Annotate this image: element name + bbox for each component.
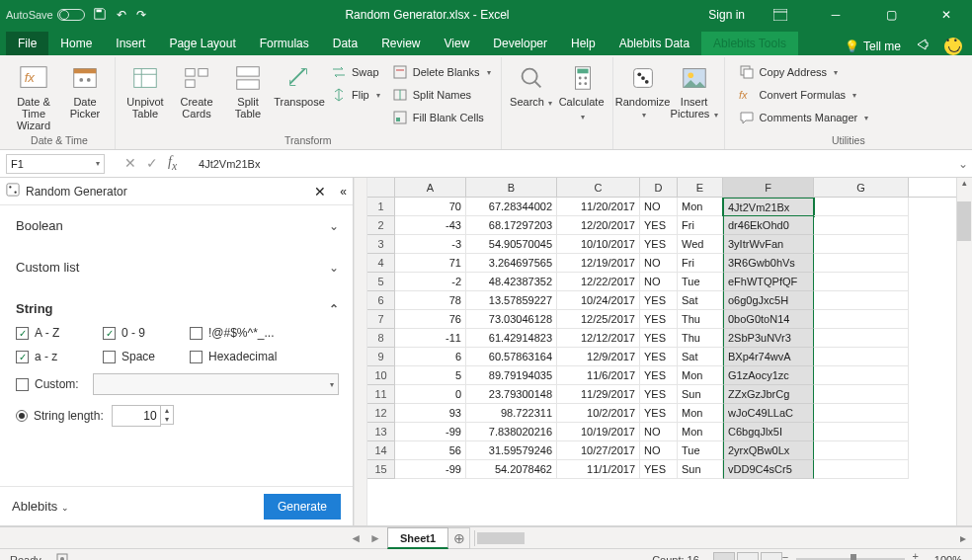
cell-E4[interactable]: Fri (678, 254, 723, 273)
cell-A11[interactable]: 0 (395, 385, 466, 404)
cell-B9[interactable]: 60.57863164 (466, 348, 557, 366)
cell-A3[interactable]: -3 (395, 235, 466, 254)
cell-C11[interactable]: 11/29/2017 (557, 385, 640, 404)
sheet-tab-active[interactable]: Sheet1 (387, 527, 448, 549)
spinner-arrows-icon[interactable]: ▴▾ (160, 405, 174, 425)
cell-B8[interactable]: 61.42914823 (466, 329, 557, 348)
row-header[interactable]: 2 (367, 216, 395, 235)
cell-E6[interactable]: Sat (678, 291, 723, 310)
close-icon[interactable]: ✕ (927, 2, 966, 28)
cell-D10[interactable]: YES (640, 366, 678, 385)
cell-D9[interactable]: YES (640, 348, 678, 366)
column-header-D[interactable]: D (640, 178, 678, 197)
row-header[interactable]: 8 (367, 329, 395, 348)
cell-E15[interactable]: Sun (678, 460, 723, 479)
collapse-pane-icon[interactable]: « (332, 185, 347, 199)
cell-B4[interactable]: 3.264697565 (466, 254, 557, 273)
redo-icon[interactable]: ↷ (136, 8, 146, 22)
cell-F7[interactable]: 0boG0toN14 (723, 310, 814, 329)
cell-C6[interactable]: 10/24/2017 (557, 291, 640, 310)
cell-B7[interactable]: 73.03046128 (466, 310, 557, 329)
tab-developer[interactable]: Developer (481, 32, 559, 55)
row-header[interactable]: 11 (367, 385, 395, 404)
cell-E5[interactable]: Tue (678, 273, 723, 291)
date-time-wizard-button[interactable]: fx Date & Time Wizard (10, 59, 57, 131)
checkbox-az-upper[interactable]: A - Z (16, 326, 103, 340)
cell-G6[interactable] (814, 291, 909, 310)
cell-B11[interactable]: 23.79300148 (466, 385, 557, 404)
cell-C15[interactable]: 11/1/2017 (557, 460, 640, 479)
section-custom-list[interactable]: Custom list ⌄ (16, 254, 339, 280)
add-sheet-button[interactable]: ⊕ (448, 527, 470, 549)
cell-G2[interactable] (814, 216, 909, 235)
randomize-button[interactable]: Randomize ▾ (619, 59, 667, 121)
name-box[interactable]: F1 ▾ (6, 154, 105, 174)
cell-C12[interactable]: 10/2/2017 (557, 404, 640, 423)
fill-blank-cells-button[interactable]: Fill Blank Cells (388, 107, 495, 128)
sheet-nav[interactable]: ◄► (0, 531, 387, 545)
cancel-edit-icon[interactable]: ✕ (124, 155, 136, 171)
cell-A10[interactable]: 5 (395, 366, 466, 385)
tab-help[interactable]: Help (559, 32, 608, 55)
column-header-A[interactable]: A (395, 178, 466, 197)
string-length-input[interactable]: 10 ▴▾ (112, 405, 161, 427)
column-header-E[interactable]: E (678, 178, 723, 197)
cell-D4[interactable]: NO (640, 254, 678, 273)
cell-D8[interactable]: YES (640, 329, 678, 348)
cell-F3[interactable]: 3yItrWvFan (723, 235, 814, 254)
cell-F9[interactable]: BXp4r74wvA (723, 348, 814, 366)
cell-G8[interactable] (814, 329, 909, 348)
cell-F11[interactable]: ZZxGzJbrCg (723, 385, 814, 404)
row-header[interactable]: 6 (367, 291, 395, 310)
cell-A8[interactable]: -11 (395, 329, 466, 348)
cell-D6[interactable]: YES (640, 291, 678, 310)
cell-G13[interactable] (814, 423, 909, 441)
search-button[interactable]: Search ▾ (508, 59, 555, 110)
vertical-scrollbar[interactable]: ▴ (956, 178, 972, 525)
column-header-C[interactable]: C (557, 178, 640, 197)
checkbox-custom[interactable]: Custom: (16, 377, 85, 391)
cell-B5[interactable]: 48.42387352 (466, 273, 557, 291)
custom-chars-dropdown[interactable]: ▾ (93, 373, 339, 395)
row-header[interactable]: 5 (367, 273, 395, 291)
generate-button[interactable]: Generate (264, 494, 341, 520)
select-all-corner[interactable] (367, 178, 395, 197)
cell-D1[interactable]: NO (640, 198, 678, 216)
cell-A2[interactable]: -43 (395, 216, 466, 235)
cell-G1[interactable] (814, 198, 909, 216)
feedback-smiley-icon[interactable] (944, 38, 962, 55)
cell-A4[interactable]: 71 (395, 254, 466, 273)
cell-E13[interactable]: Mon (678, 423, 723, 441)
cell-F1[interactable]: 4Jt2Vm21Bx (723, 198, 814, 216)
cell-G14[interactable] (814, 441, 909, 460)
column-header-G[interactable]: G (814, 178, 909, 197)
cell-F10[interactable]: G1zAocy1zc (723, 366, 814, 385)
comments-manager-button[interactable]: Comments Manager ▾ (735, 107, 873, 128)
row-header[interactable]: 3 (367, 235, 395, 254)
cell-E10[interactable]: Mon (678, 366, 723, 385)
column-header-B[interactable]: B (466, 178, 557, 197)
cell-B3[interactable]: 54.90570045 (466, 235, 557, 254)
ablebits-brand[interactable]: Ablebits ⌄ (12, 499, 69, 514)
cell-F2[interactable]: dr46EkOhd0 (723, 216, 814, 235)
insert-pictures-button[interactable]: Insert Pictures ▾ (671, 59, 718, 121)
cell-C5[interactable]: 12/22/2017 (557, 273, 640, 291)
cell-D15[interactable]: YES (640, 460, 678, 479)
checkbox-space[interactable]: Space (103, 350, 190, 363)
cell-E2[interactable]: Fri (678, 216, 723, 235)
cell-E14[interactable]: Tue (678, 441, 723, 460)
cell-C2[interactable]: 12/20/2017 (557, 216, 640, 235)
cell-C7[interactable]: 12/25/2017 (557, 310, 640, 329)
tab-ablebits-data[interactable]: Ablebits Data (608, 32, 701, 55)
cell-B14[interactable]: 31.59579246 (466, 441, 557, 460)
cell-A6[interactable]: 78 (395, 291, 466, 310)
row-header[interactable]: 10 (367, 366, 395, 385)
cell-E8[interactable]: Thu (678, 329, 723, 348)
cell-G10[interactable] (814, 366, 909, 385)
section-string[interactable]: String ⌃ (16, 295, 339, 322)
cell-C13[interactable]: 10/19/2017 (557, 423, 640, 441)
cell-F6[interactable]: o6g0gJxc5H (723, 291, 814, 310)
cell-D2[interactable]: YES (640, 216, 678, 235)
row-header[interactable]: 9 (367, 348, 395, 366)
minimize-icon[interactable]: ─ (816, 2, 855, 28)
